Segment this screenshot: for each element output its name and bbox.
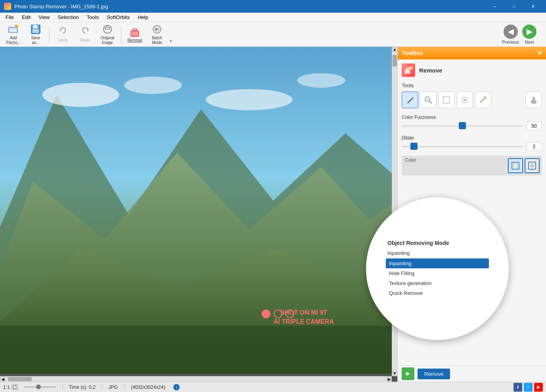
smart-select-tool-button[interactable] [456, 92, 473, 108]
menu-file[interactable]: File [2, 13, 17, 21]
toolbox-panel: Toolbox ✕ Remove Tools [397, 47, 546, 382]
batch-mode-button[interactable]: BatchMode [147, 24, 167, 45]
pencil-tool-button[interactable] [402, 92, 418, 108]
scroll-up-arrow[interactable]: ▲ [392, 47, 397, 52]
redo-button[interactable]: Redo [75, 24, 96, 45]
menu-tools[interactable]: Tools [84, 13, 102, 21]
remove-button[interactable]: Remove [125, 24, 145, 45]
app-icon [4, 3, 11, 10]
next-icon: ▶ [522, 25, 536, 39]
color-fuzziness-value[interactable]: 50 [526, 122, 542, 130]
statusbar: 1:1 Time (s): 0.2 JPG (4032x3024x24) i f… [0, 382, 546, 392]
redo-label: Redo [80, 38, 90, 42]
navigation-area: ◀ Previous ▶ Next [502, 25, 543, 44]
next-label: Next [525, 40, 534, 44]
save-as-label: Saveas... [31, 36, 40, 45]
menu-softorbits[interactable]: SoftOrbits [103, 13, 133, 21]
magic-wand-tool-button[interactable] [420, 92, 437, 108]
dropdown-option-quick-remove[interactable]: Quick Remove [386, 288, 489, 298]
svg-rect-10 [131, 31, 139, 36]
menu-view[interactable]: View [35, 13, 53, 21]
zoom-slider-thumb[interactable] [36, 384, 41, 389]
add-files-button[interactable]: AddFile(s)... [3, 24, 24, 45]
next-button[interactable]: ▶ Next [522, 25, 536, 44]
add-files-icon [8, 24, 19, 35]
zoom-slider[interactable] [24, 386, 56, 388]
svg-rect-27 [443, 97, 450, 103]
svg-point-20 [206, 89, 292, 110]
color-buttons [508, 158, 540, 173]
toolbox-title: Toolbox [402, 50, 423, 56]
undo-button[interactable]: Undo [53, 24, 73, 45]
scroll-thumb-horizontal[interactable] [8, 377, 32, 381]
scroll-thumb-vertical[interactable] [393, 55, 397, 67]
wand-tool-button[interactable] [475, 92, 491, 108]
remove-action-button[interactable]: Remove [418, 369, 450, 379]
rect-select-tool-button[interactable] [438, 92, 455, 108]
color-fuzziness-track[interactable] [402, 125, 523, 127]
dilate-track[interactable] [402, 146, 523, 147]
scroll-down-arrow[interactable]: ▼ [392, 371, 397, 376]
color-fuzziness-slider-container: 50 [402, 122, 542, 130]
undo-label: Undo [58, 38, 68, 42]
close-button[interactable]: ✕ [524, 0, 542, 13]
svg-rect-22 [404, 70, 410, 74]
original-image-icon [102, 24, 113, 35]
color-area-label: Color [405, 157, 416, 163]
processing-time: Time (s): 0.2 [69, 384, 96, 390]
minimize-button[interactable]: ─ [486, 0, 504, 13]
zoom-fit-button[interactable] [11, 384, 18, 390]
svg-point-26 [426, 98, 429, 100]
menu-edit[interactable]: Edit [19, 13, 34, 21]
youtube-icon[interactable]: ▶ [534, 383, 543, 392]
redo-icon [80, 26, 91, 37]
batch-mode-icon [151, 24, 163, 35]
dropdown-inner: Object Removing Mode Inpainting Inpainti… [386, 240, 489, 298]
save-as-button[interactable]: Saveas... [25, 24, 46, 45]
remove-header: Remove [402, 63, 542, 77]
scroll-left-arrow[interactable]: ◀ [0, 377, 6, 382]
scrollbar-horizontal[interactable]: ◀ ▶ [0, 376, 392, 382]
stamp-line1: SHOT ON MI 9T [274, 308, 334, 317]
status-separator-1 [62, 384, 63, 390]
photo-background: SHOT ON MI 9T AI TRIPLE CAMERA [0, 47, 397, 374]
toolbox-header: Toolbox ✕ [398, 47, 546, 59]
twitter-icon[interactable]: t [524, 383, 533, 392]
previous-button[interactable]: ◀ Previous [502, 25, 519, 44]
svg-rect-11 [132, 29, 137, 30]
image-container: SHOT ON MI 9T AI TRIPLE CAMERA [0, 47, 397, 374]
color-btn-1[interactable] [508, 158, 523, 173]
toolbox-close-button[interactable]: ✕ [537, 50, 542, 56]
maximize-button[interactable]: □ [505, 0, 523, 13]
menu-selection[interactable]: Selection [54, 13, 82, 21]
color-fuzziness-thumb[interactable] [459, 122, 466, 129]
tools-section-label: Tools [402, 82, 542, 88]
svg-line-30 [480, 97, 486, 103]
image-area[interactable]: SHOT ON MI 9T AI TRIPLE CAMERA ▲ ▼ ◀ ▶ [0, 47, 397, 382]
facebook-icon[interactable]: f [513, 383, 522, 392]
dilate-label: Dilate [402, 135, 542, 141]
dilate-thumb[interactable] [410, 143, 418, 150]
toolbar-separator-1 [49, 26, 50, 43]
save-icon [30, 24, 41, 35]
dropdown-option-texture-generation[interactable]: Texture generation [386, 278, 489, 288]
original-image-label: OriginalImage [101, 36, 114, 45]
stamp-tool-button[interactable] [525, 92, 542, 108]
scroll-right-arrow[interactable]: ▶ [386, 377, 392, 382]
info-icon[interactable]: i [173, 384, 180, 390]
mountain-svg [0, 47, 397, 374]
dilate-slider-container: 2 [402, 142, 542, 151]
svg-line-34 [485, 96, 486, 97]
previous-icon: ◀ [504, 25, 518, 39]
menu-help[interactable]: Help [134, 13, 151, 21]
color-btn-2[interactable] [525, 158, 540, 173]
main-area: SHOT ON MI 9T AI TRIPLE CAMERA ▲ ▼ ◀ ▶ T… [0, 47, 546, 382]
status-separator-2 [102, 384, 102, 390]
original-image-button[interactable]: OriginalImage [97, 24, 118, 45]
dropdown-option-hole-filling[interactable]: Hole Filling [386, 268, 489, 278]
stamp-text: SHOT ON MI 9T AI TRIPLE CAMERA [274, 308, 334, 326]
toolbox-action-bar: Remove [398, 365, 546, 382]
dilate-value[interactable]: 2 [526, 142, 542, 151]
dropdown-option-inpainting[interactable]: Inpainting [386, 258, 489, 268]
stamp-circle-filled [262, 310, 270, 318]
